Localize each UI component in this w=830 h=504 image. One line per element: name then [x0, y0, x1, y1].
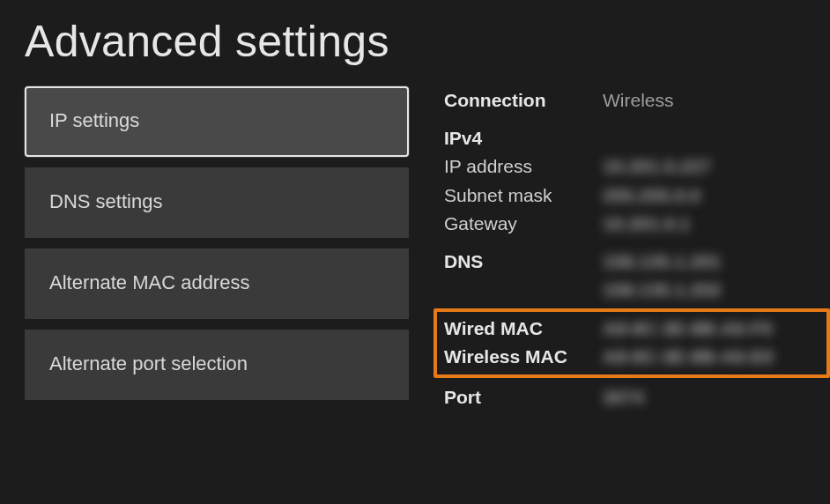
- wired-mac-value: A8-8C-3E-8B-A6-F0: [603, 315, 773, 344]
- gateway-value: 10.201.0.1: [603, 210, 690, 239]
- port-row: Port 3074: [444, 383, 830, 412]
- menu-alternate-port-selection[interactable]: Alternate port selection: [25, 330, 409, 400]
- ipv4-heading: IPv4: [444, 124, 603, 153]
- menu-dns-settings[interactable]: DNS settings: [25, 167, 409, 238]
- connection-label: Connection: [444, 86, 603, 115]
- subnet-mask-label: Subnet mask: [444, 182, 603, 211]
- gateway-label: Gateway: [444, 210, 603, 239]
- dns-row-2: 158.135.1.202: [444, 276, 830, 305]
- subnet-mask-value: 255.255.0.0: [603, 182, 700, 211]
- ip-address-row: IP address 10.201.5.227: [444, 152, 830, 182]
- settings-menu: IP settings DNS settings Alternate MAC a…: [25, 86, 409, 411]
- ip-address-label: IP address: [444, 152, 603, 182]
- wireless-mac-label: Wireless MAC: [444, 343, 603, 372]
- connection-value: Wireless: [603, 86, 674, 115]
- mac-highlight-box: Wired MAC A8-8C-3E-8B-A6-F0 Wireless MAC…: [434, 308, 830, 378]
- page-title: Advanced settings: [0, 0, 830, 86]
- wired-mac-row: Wired MAC A8-8C-3E-8B-A6-F0: [444, 315, 819, 344]
- dns-row-1: DNS 158.135.1.201: [444, 248, 830, 277]
- dns-label-spacer: [444, 276, 603, 305]
- wireless-mac-row: Wireless MAC A8-8C-3E-8B-A6-E0: [444, 343, 819, 372]
- dns-secondary-value: 158.135.1.202: [603, 276, 721, 305]
- ip-address-value: 10.201.5.227: [603, 152, 711, 182]
- port-label: Port: [444, 383, 603, 412]
- dns-primary-value: 158.135.1.201: [603, 248, 721, 277]
- ipv4-heading-row: IPv4: [444, 124, 830, 153]
- menu-ip-settings[interactable]: IP settings: [25, 86, 409, 157]
- connection-row: Connection Wireless: [444, 86, 830, 115]
- wireless-mac-value: A8-8C-3E-8B-A6-E0: [603, 343, 774, 372]
- content-area: IP settings DNS settings Alternate MAC a…: [0, 86, 830, 411]
- subnet-mask-row: Subnet mask 255.255.0.0: [444, 182, 830, 211]
- menu-alternate-mac-address[interactable]: Alternate MAC address: [25, 248, 409, 319]
- gateway-row: Gateway 10.201.0.1: [444, 210, 830, 239]
- network-details: Connection Wireless IPv4 IP address 10.2…: [444, 86, 830, 411]
- port-value: 3074: [603, 383, 644, 412]
- dns-label: DNS: [444, 248, 603, 277]
- wired-mac-label: Wired MAC: [444, 315, 603, 344]
